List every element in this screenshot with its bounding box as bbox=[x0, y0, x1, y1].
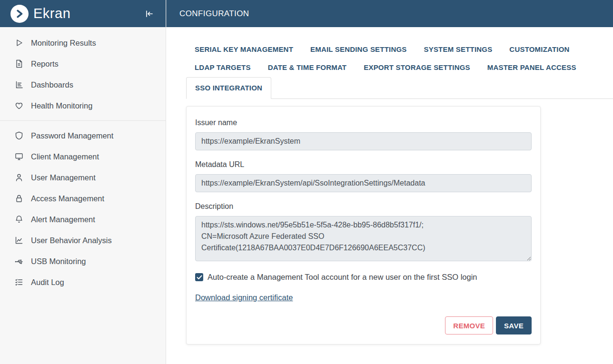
tab-row: LDAP TARGETS DATE & TIME FORMAT EXPORT S… bbox=[186, 61, 613, 73]
remove-button[interactable]: REMOVE bbox=[445, 316, 493, 334]
heart-icon bbox=[14, 101, 24, 110]
description-label: Description bbox=[195, 201, 532, 212]
user-icon bbox=[14, 173, 24, 182]
tab-ldap-targets[interactable]: LDAP TARGETS bbox=[186, 61, 259, 73]
lock-icon bbox=[14, 194, 24, 203]
tab-customization[interactable]: CUSTOMIZATION bbox=[501, 43, 578, 55]
tab-email-sending-settings[interactable]: EMAIL SENDING SETTINGS bbox=[302, 43, 415, 55]
auto-create-checkbox[interactable] bbox=[195, 273, 203, 281]
play-icon bbox=[14, 38, 24, 48]
form-actions: REMOVE SAVE bbox=[195, 316, 532, 334]
sidebar-item-audit-log[interactable]: Audit Log bbox=[0, 272, 166, 293]
usb-icon bbox=[14, 256, 24, 266]
sidebar: Ekran Monitoring Results Reports bbox=[0, 0, 166, 364]
auto-create-row: Auto-create a Management Tool account fo… bbox=[195, 273, 532, 282]
sidebar-header: Ekran bbox=[0, 0, 166, 27]
sidebar-item-client-management[interactable]: Client Management bbox=[0, 146, 166, 167]
download-signing-certificate-link[interactable]: Download signing certificate bbox=[195, 293, 293, 302]
sidebar-item-user-management[interactable]: User Management bbox=[0, 167, 166, 188]
tab-row: SERIAL KEY MANAGEMENT EMAIL SENDING SETT… bbox=[186, 43, 613, 55]
sidebar-item-label: Dashboards bbox=[31, 80, 73, 89]
sidebar-item-alert-management[interactable]: Alert Management bbox=[0, 209, 166, 230]
sidebar-item-label: Health Monitoring bbox=[31, 101, 92, 110]
dashboard-icon bbox=[14, 80, 24, 89]
sidebar-item-label: Reports bbox=[31, 59, 59, 69]
tab-master-panel-access[interactable]: MASTER PANEL ACCESS bbox=[479, 61, 585, 73]
monitor-icon bbox=[14, 152, 24, 161]
issuer-name-field-group: Issuer name bbox=[195, 117, 532, 150]
tab-row: SSO INTEGRATION bbox=[186, 77, 613, 99]
sidebar-nav: Monitoring Results Reports Dashboards He… bbox=[0, 27, 166, 293]
topbar: CONFIGURATION bbox=[166, 0, 613, 27]
sidebar-item-user-behavior-analysis[interactable]: User Behavior Analysis bbox=[0, 230, 166, 251]
sso-integration-panel: Issuer name Metadata URL Description htt… bbox=[186, 106, 541, 344]
description-textarea[interactable]: https://sts.windows.net/95e5b51e-5f5a-42… bbox=[195, 216, 532, 261]
brand: Ekran bbox=[10, 5, 70, 23]
sidebar-item-label: Client Management bbox=[31, 152, 99, 161]
tab-date-time-format[interactable]: DATE & TIME FORMAT bbox=[259, 61, 356, 73]
auto-create-label[interactable]: Auto-create a Management Tool account fo… bbox=[208, 273, 477, 282]
shield-icon bbox=[14, 131, 24, 140]
sidebar-item-label: Monitoring Results bbox=[31, 39, 96, 48]
issuer-name-input[interactable] bbox=[195, 132, 532, 150]
page-title: CONFIGURATION bbox=[179, 9, 249, 19]
sidebar-item-label: Password Management bbox=[31, 131, 113, 140]
tab-system-settings[interactable]: SYSTEM SETTINGS bbox=[415, 43, 501, 55]
sidebar-item-health-monitoring[interactable]: Health Monitoring bbox=[0, 95, 166, 116]
sidebar-divider bbox=[0, 120, 166, 121]
checklist-icon bbox=[14, 277, 24, 287]
sidebar-item-label: Audit Log bbox=[31, 278, 64, 287]
ekran-logo-icon bbox=[10, 5, 29, 23]
content: SERIAL KEY MANAGEMENT EMAIL SENDING SETT… bbox=[166, 27, 613, 364]
save-button[interactable]: SAVE bbox=[496, 316, 532, 334]
report-icon bbox=[14, 59, 24, 69]
metadata-url-input[interactable] bbox=[195, 174, 532, 192]
bell-icon bbox=[14, 215, 24, 224]
sidebar-item-label: Access Management bbox=[31, 194, 104, 203]
description-field-group: Description https://sts.windows.net/95e5… bbox=[195, 201, 532, 263]
sidebar-item-password-management[interactable]: Password Management bbox=[0, 125, 166, 146]
sidebar-item-label: User Behavior Analysis bbox=[31, 236, 112, 245]
tab-sso-integration[interactable]: SSO INTEGRATION bbox=[186, 77, 271, 99]
metadata-url-label: Metadata URL bbox=[195, 159, 532, 170]
sidebar-item-access-management[interactable]: Access Management bbox=[0, 188, 166, 209]
main-area: CONFIGURATION SERIAL KEY MANAGEMENT EMAI… bbox=[166, 0, 613, 364]
app-window: Ekran Monitoring Results Reports bbox=[0, 0, 613, 364]
issuer-name-label: Issuer name bbox=[195, 117, 532, 128]
sidebar-item-monitoring-results[interactable]: Monitoring Results bbox=[0, 32, 166, 53]
tab-export-storage-settings[interactable]: EXPORT STORAGE SETTINGS bbox=[355, 61, 479, 73]
sidebar-item-label: User Management bbox=[31, 173, 96, 182]
chart-icon bbox=[14, 236, 24, 245]
sidebar-item-dashboards[interactable]: Dashboards bbox=[0, 74, 166, 95]
sidebar-item-label: USB Monitoring bbox=[31, 257, 86, 266]
sidebar-item-reports[interactable]: Reports bbox=[0, 53, 166, 74]
configuration-tabs: SERIAL KEY MANAGEMENT EMAIL SENDING SETT… bbox=[166, 27, 613, 99]
sidebar-item-label: Alert Management bbox=[31, 215, 95, 224]
metadata-url-field-group: Metadata URL bbox=[195, 159, 532, 192]
sidebar-item-usb-monitoring[interactable]: USB Monitoring bbox=[0, 251, 166, 272]
sidebar-collapse-icon[interactable] bbox=[143, 8, 155, 20]
brand-name: Ekran bbox=[33, 6, 70, 21]
tab-serial-key-management[interactable]: SERIAL KEY MANAGEMENT bbox=[186, 43, 302, 55]
